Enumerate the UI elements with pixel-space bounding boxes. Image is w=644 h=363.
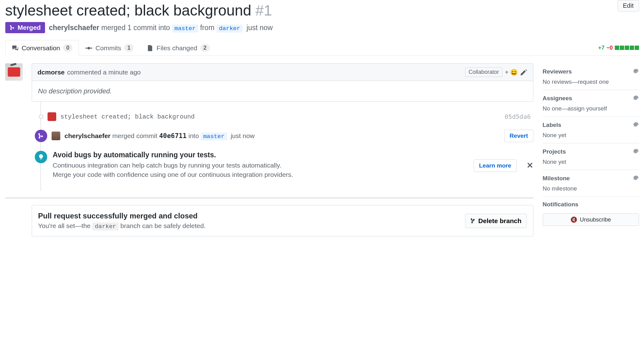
pr-title-text: stylesheet created; black background <box>5 2 251 19</box>
commenter-avatar[interactable] <box>5 63 23 81</box>
tab-files-changed[interactable]: Files changed 2 <box>140 40 216 56</box>
comment-box: dcmorse commented a minute ago Collabora… <box>32 63 533 102</box>
merged-box-branch: darker <box>92 222 118 231</box>
ci-hint-line2: Merge your code with confidence using on… <box>53 171 293 178</box>
merge-target-branch[interactable]: master <box>201 132 227 141</box>
divider <box>5 197 533 199</box>
merge-event-time: just now <box>231 132 254 139</box>
ci-hint: Avoid bugs by automatically running your… <box>33 146 533 185</box>
milestone-gear-button[interactable] <box>633 174 639 182</box>
merged-box-title: Pull request successfully merged and clo… <box>38 212 206 220</box>
add-reaction-button[interactable]: + 😀 <box>505 69 518 76</box>
gear-icon <box>633 94 639 101</box>
gear-icon <box>633 121 639 127</box>
commit-hash[interactable]: 05d5da6 <box>505 113 531 120</box>
assignees-title: Assignees <box>543 95 572 102</box>
files-count: 2 <box>200 44 210 52</box>
pr-meta-row: Merged cherylschaefer merged 1 commit in… <box>5 22 639 33</box>
pr-tabs: Conversation 0 Commits 1 Files changed 2… <box>5 40 639 56</box>
pr-title: stylesheet created; black background #1 <box>5 2 272 19</box>
sidebar-reviewers: Reviewers No reviews—request one <box>543 63 639 90</box>
conversation-count: 0 <box>63 44 72 52</box>
edit-button[interactable]: Edit <box>618 0 639 11</box>
assignees-gear-button[interactable] <box>633 94 639 102</box>
merge-time: just now <box>247 24 273 32</box>
pencil-icon <box>521 69 528 76</box>
state-label: Merged <box>18 24 41 31</box>
gear-icon <box>633 68 639 74</box>
labels-title: Labels <box>543 122 561 128</box>
gear-icon <box>633 174 639 181</box>
commit-event: stylesheet created; black background 05d… <box>33 108 533 125</box>
git-merge-icon <box>10 25 15 30</box>
lightbulb-icon <box>38 154 44 160</box>
commits-count: 1 <box>124 44 134 52</box>
assignees-text[interactable]: No one—assign yourself <box>543 105 639 112</box>
commit-message[interactable]: stylesheet created; black background <box>61 113 195 120</box>
comment-author[interactable]: dcmorse <box>38 69 65 76</box>
sidebar-assignees: Assignees No one—assign yourself <box>543 90 639 117</box>
ci-hint-line1: Continuous integration can help catch bu… <box>53 162 293 169</box>
pr-number: #1 <box>255 2 272 19</box>
merged-box-text: You're all set—the darker branch can be … <box>38 222 206 230</box>
reviewers-title: Reviewers <box>543 68 572 75</box>
projects-title: Projects <box>543 148 566 155</box>
merged-status-box: Pull request successfully merged and clo… <box>32 205 533 236</box>
head-branch[interactable]: darker <box>217 25 243 33</box>
labels-text: None yet <box>543 132 639 139</box>
mute-icon: 🔇 <box>570 216 577 223</box>
additions: +7 <box>598 45 605 51</box>
sidebar-projects: Projects None yet <box>543 143 639 170</box>
milestone-title: Milestone <box>543 175 570 182</box>
comment-header: dcmorse commented a minute ago Collabora… <box>32 64 533 81</box>
gear-icon <box>633 148 639 154</box>
comment-discussion-icon <box>12 45 19 52</box>
merge-author[interactable]: cherylschaefer <box>49 24 99 32</box>
commit-author-avatar[interactable] <box>48 112 56 121</box>
projects-gear-button[interactable] <box>633 148 639 155</box>
base-branch[interactable]: master <box>172 25 198 33</box>
merge-event-icon <box>35 130 47 142</box>
merge-event-text: cherylschaefer merged commit 40e6711 int… <box>65 132 255 140</box>
state-badge: Merged <box>5 22 45 33</box>
deletions: −0 <box>606 45 613 51</box>
learn-more-button[interactable]: Learn more <box>474 159 516 172</box>
edit-comment-button[interactable] <box>521 69 528 76</box>
reviewers-gear-button[interactable] <box>633 68 639 75</box>
collaborator-badge: Collaborator <box>465 67 502 77</box>
sidebar-notifications: Notifications 🔇 Unsubscribe <box>543 197 639 230</box>
git-commit-icon <box>85 45 92 52</box>
git-branch-icon <box>470 218 476 224</box>
milestone-text: No milestone <box>543 185 639 192</box>
ci-hint-title: Avoid bugs by automatically running your… <box>53 151 293 159</box>
reviewers-text[interactable]: No reviews—request one <box>543 78 639 85</box>
comment-time: commented a minute ago <box>67 69 141 76</box>
revert-button[interactable]: Revert <box>504 130 533 142</box>
merge-author-avatar[interactable] <box>52 132 60 140</box>
delete-branch-button[interactable]: Delete branch <box>465 214 527 228</box>
projects-text: None yet <box>543 159 639 165</box>
diffstat-blocks <box>615 46 639 50</box>
merge-event: cherylschaefer merged commit 40e6711 int… <box>33 125 533 146</box>
sidebar-labels: Labels None yet <box>543 117 639 143</box>
unsubscribe-button[interactable]: 🔇 Unsubscribe <box>543 213 639 226</box>
file-diff-icon <box>147 45 153 52</box>
dismiss-ci-hint-button[interactable]: ✕ <box>527 161 533 170</box>
timeline-dot-icon <box>39 114 43 119</box>
diffstat: +7 −0 <box>598 45 639 51</box>
ci-hint-icon <box>35 151 47 163</box>
labels-gear-button[interactable] <box>633 121 639 129</box>
tab-conversation[interactable]: Conversation 0 <box>5 40 79 56</box>
merge-commit-id[interactable]: 40e6711 <box>159 132 187 140</box>
sidebar-milestone: Milestone No milestone <box>543 170 639 197</box>
comment-body: No description provided. <box>32 81 533 101</box>
merge-summary: cherylschaefer merged 1 commit into mast… <box>49 24 273 32</box>
notifications-title: Notifications <box>543 201 578 208</box>
merge-event-author[interactable]: cherylschaefer <box>65 132 111 139</box>
git-merge-icon <box>38 133 44 139</box>
tab-commits[interactable]: Commits 1 <box>79 40 140 56</box>
